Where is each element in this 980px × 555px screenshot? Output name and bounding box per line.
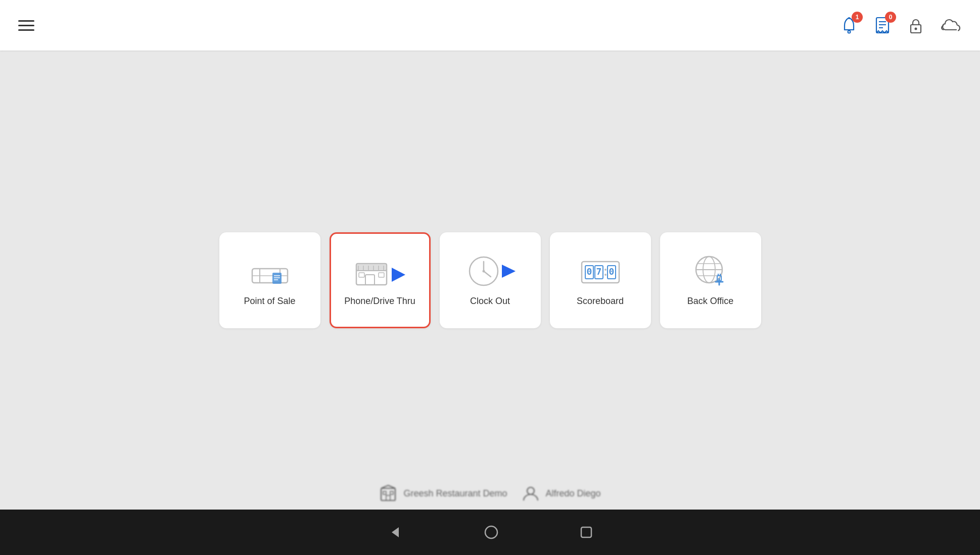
cloud-icon: [940, 16, 962, 35]
phone-drive-thru-label: Phone/Drive Thru: [344, 296, 415, 307]
svg-text:0: 0: [586, 266, 592, 277]
point-of-sale-label: Point of Sale: [244, 296, 295, 307]
svg-marker-32: [502, 265, 516, 278]
back-office-label: Back Office: [687, 296, 734, 307]
cloud-button[interactable]: [940, 16, 962, 35]
svg-text:0: 0: [609, 266, 614, 277]
svg-point-60: [485, 526, 497, 538]
android-recent-button[interactable]: [580, 526, 593, 539]
svg-rect-53: [383, 491, 386, 494]
svg-rect-54: [390, 491, 393, 494]
receipt-button[interactable]: 0: [873, 16, 892, 35]
hamburger-menu-button[interactable]: [18, 20, 34, 31]
restaurant-name: Greesh Restaurant Demo: [403, 488, 507, 499]
phone-drive-thru-card[interactable]: Phone/Drive Thru: [330, 232, 431, 328]
android-back-button[interactable]: [388, 525, 403, 540]
svg-rect-12: [272, 273, 282, 284]
user-icon: [522, 484, 540, 502]
back-office-card[interactable]: Back Office: [660, 232, 761, 328]
svg-point-58: [527, 487, 534, 494]
clock-out-icon: [462, 254, 518, 289]
svg-point-0: [848, 31, 851, 33]
svg-rect-20: [379, 273, 384, 277]
svg-marker-59: [392, 527, 399, 537]
svg-point-7: [915, 28, 917, 30]
footer-info: Greesh Restaurant Demo Alfredo Diego: [0, 477, 980, 510]
lock-button[interactable]: [906, 16, 925, 35]
svg-text:7: 7: [596, 266, 601, 277]
building-icon: [379, 484, 397, 502]
scoreboard-icon: 0 7 0: [578, 254, 623, 289]
topbar-left: [18, 20, 34, 31]
scoreboard-label: Scoreboard: [577, 296, 624, 307]
svg-marker-27: [392, 268, 405, 282]
clock-out-card[interactable]: Clock Out: [440, 232, 541, 328]
back-office-icon: [688, 254, 733, 289]
restaurant-info: Greesh Restaurant Demo: [379, 484, 507, 502]
scoreboard-card[interactable]: 0 7 0 Scoreboard: [550, 232, 651, 328]
notification-button[interactable]: 1: [839, 16, 859, 35]
phone-drive-icon: [352, 254, 408, 289]
user-name: Alfredo Diego: [546, 488, 601, 499]
svg-rect-18: [365, 275, 375, 285]
notification-badge: 1: [852, 12, 863, 23]
svg-rect-61: [581, 527, 591, 537]
svg-point-39: [604, 274, 606, 276]
topbar-right: 1 0: [839, 16, 962, 35]
svg-point-31: [482, 270, 485, 273]
point-of-sale-card[interactable]: Point of Sale: [219, 232, 320, 328]
receipt-badge: 0: [885, 12, 896, 23]
pos-icon: [247, 254, 293, 289]
android-home-button[interactable]: [484, 525, 499, 540]
svg-line-30: [484, 271, 491, 277]
lock-icon: [906, 16, 925, 35]
cards-row: Point of Sale: [219, 232, 761, 328]
svg-point-38: [604, 269, 606, 271]
user-info: Alfredo Diego: [522, 484, 601, 502]
svg-rect-19: [359, 273, 364, 277]
topbar: 1 0: [0, 0, 980, 51]
clock-out-label: Clock Out: [470, 296, 510, 307]
main-content: Point of Sale: [0, 51, 980, 510]
svg-rect-17: [356, 264, 387, 271]
android-navbar: [0, 510, 980, 555]
svg-rect-55: [386, 495, 390, 500]
